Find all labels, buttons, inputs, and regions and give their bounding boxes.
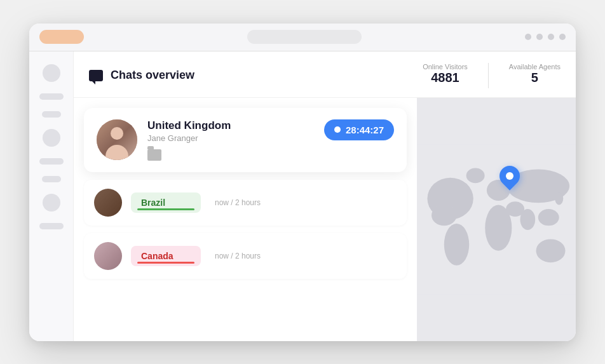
country-tag-brazil: Brazil: [131, 192, 201, 213]
online-visitors-label: Online Visitors: [423, 63, 468, 71]
sidebar-item-1[interactable]: [43, 64, 60, 82]
dot-2: [536, 34, 543, 40]
sidebar-rect-3: [39, 158, 64, 165]
svg-point-10: [538, 209, 559, 226]
header-stats: Online Visitors 4881 Available Agents 5: [423, 63, 561, 88]
sidebar-rect-2: [42, 111, 61, 118]
list-item-canada[interactable]: Canada now / 2 hours: [84, 233, 407, 279]
map-area: [417, 98, 576, 341]
pin-inner: [506, 172, 513, 180]
sidebar: [29, 51, 74, 341]
chats-overview-icon: [89, 70, 103, 81]
country-name-brazil: Brazil: [141, 198, 165, 208]
world-map-svg: [417, 98, 576, 341]
available-agents-stat: Available Agents 5: [509, 63, 561, 88]
country-tag-canada: Canada: [131, 246, 201, 266]
dot-4: [559, 34, 566, 40]
map-location-pin: [500, 166, 520, 186]
page-title: Chats overview: [111, 69, 194, 82]
dot-3: [548, 34, 554, 40]
svg-point-3: [466, 168, 485, 183]
content-header: Chats overview Online Visitors 4881 Avai…: [74, 51, 576, 98]
sidebar-rect-1: [39, 93, 64, 100]
online-visitors-value: 4881: [423, 71, 468, 85]
main-content: Chats overview Online Visitors 4881 Avai…: [74, 51, 576, 341]
timer-badge[interactable]: 28:44:27: [324, 119, 394, 140]
stats-divider: [488, 63, 489, 88]
country-name-canada: Canada: [141, 251, 173, 261]
avatar-brazil: [94, 189, 122, 217]
featured-username: Jane Granger: [147, 133, 314, 143]
available-agents-label: Available Agents: [509, 63, 561, 71]
sidebar-rect-5: [39, 223, 64, 229]
two-col: United Kingdom Jane Granger 28:44:27: [74, 98, 576, 341]
app-body: Chats overview Online Visitors 4881 Avai…: [29, 51, 576, 341]
browser-controls: [525, 34, 566, 40]
browser-pill: [39, 30, 84, 44]
featured-info: United Kingdom Jane Granger: [147, 119, 314, 161]
avatar-image-uk: [97, 119, 137, 160]
time-label-canada: now / 2 hours: [215, 252, 261, 260]
folder-icon: [147, 149, 161, 161]
list-item-brazil[interactable]: Brazil now / 2 hours: [84, 180, 407, 226]
svg-point-12: [555, 192, 563, 205]
timer-value: 28:44:27: [346, 125, 384, 135]
svg-point-4: [444, 224, 469, 266]
svg-point-11: [536, 239, 566, 262]
available-agents-value: 5: [509, 71, 561, 85]
sidebar-rect-4: [42, 176, 61, 182]
svg-point-9: [520, 209, 536, 230]
svg-point-2: [432, 205, 456, 226]
avatar-uk: [97, 119, 137, 160]
avatar-canada: [94, 242, 122, 270]
address-bar[interactable]: [247, 30, 362, 44]
online-visitors-stat: Online Visitors 4881: [423, 63, 468, 88]
featured-chat-card[interactable]: United Kingdom Jane Granger 28:44:27: [84, 108, 407, 172]
chat-list: United Kingdom Jane Granger 28:44:27: [74, 98, 417, 341]
time-label-brazil: now / 2 hours: [215, 198, 261, 207]
dot-1: [525, 34, 531, 40]
timer-dot-icon: [334, 126, 341, 133]
featured-country: United Kingdom: [147, 119, 314, 132]
browser-window: Chats overview Online Visitors 4881 Avai…: [29, 24, 576, 341]
sidebar-item-2[interactable]: [43, 129, 60, 147]
browser-bar: [29, 24, 576, 51]
sidebar-item-3[interactable]: [43, 194, 60, 212]
